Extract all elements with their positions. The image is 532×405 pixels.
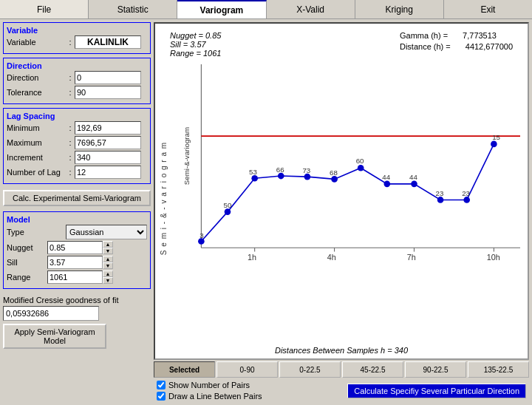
label-50: 50 bbox=[224, 201, 232, 209]
increment-input[interactable] bbox=[75, 151, 141, 164]
direction-row: Direction : bbox=[7, 71, 147, 84]
goodness-input bbox=[3, 306, 99, 321]
distance-value: 4412,677000 bbox=[466, 42, 513, 51]
x-axis-label: Distances Between Samples h = 340 bbox=[275, 346, 408, 355]
sill-input[interactable] bbox=[47, 256, 103, 269]
increment-label: Increment bbox=[7, 153, 66, 162]
label-53: 53 bbox=[249, 168, 257, 176]
model-section-label: Model bbox=[7, 215, 147, 224]
direction-section-label: Direction bbox=[7, 61, 147, 70]
label-66: 66 bbox=[276, 166, 284, 174]
point-2 bbox=[225, 208, 231, 215]
label-3: 3 bbox=[200, 231, 203, 239]
right-panel: Nugget = 0.85 Sill = 3.57 Range = 1061 G… bbox=[154, 22, 529, 402]
tab-selected[interactable]: Selected bbox=[154, 361, 215, 378]
range-row: Range ▲ ▼ bbox=[7, 270, 147, 284]
label-68: 68 bbox=[330, 169, 338, 177]
show-pairs-label: Show Number of Pairs bbox=[168, 381, 250, 389]
sill-annotation: Sill = 3.57 bbox=[170, 40, 221, 49]
point-9 bbox=[411, 181, 417, 188]
tab-90-22-5[interactable]: 90-22.5 bbox=[405, 361, 466, 378]
minimum-row: Minimum : bbox=[7, 121, 147, 135]
menu-item-exit[interactable]: Exit bbox=[444, 0, 532, 18]
tab-0-22-5[interactable]: 0-22.5 bbox=[279, 361, 341, 378]
sill-row: Sill ▲ ▼ bbox=[7, 256, 147, 269]
calc-specific-button[interactable]: Calculate Specifiy Several Particular Di… bbox=[347, 384, 526, 398]
checkbox-group: Show Number of Pairs Draw a Line Betwen … bbox=[157, 381, 262, 401]
label-15: 15 bbox=[492, 134, 500, 142]
lag-group: Lag Spacing Minimum : Maximum : Incremen… bbox=[3, 108, 151, 184]
variogram-chart: 3 50 53 66 73 68 60 44 44 23 23 15 1h 4h bbox=[177, 64, 520, 272]
gamma-label: Gamma (h) = bbox=[400, 31, 448, 40]
tolerance-label: Tolerance bbox=[7, 88, 66, 97]
tolerance-row: Tolerance : bbox=[7, 86, 147, 99]
point-4 bbox=[278, 173, 284, 180]
maximum-input[interactable] bbox=[75, 136, 141, 149]
point-6 bbox=[331, 176, 338, 183]
distance-row: Distance (h) = 4412,677000 bbox=[400, 42, 513, 51]
sill-down-button[interactable]: ▼ bbox=[103, 262, 113, 269]
chart-annotation-right: Gamma (h) = 7,773513 Distance (h) = 4412… bbox=[400, 31, 513, 53]
type-label: Type bbox=[7, 228, 66, 236]
y-axis-label-div: S e m i - & - v a r i o g r a m bbox=[157, 68, 171, 329]
goodness-section: Modified Cressie goodness of fit bbox=[3, 293, 151, 322]
xtick-1h: 1h bbox=[248, 253, 256, 262]
range-spinbox: ▲ ▼ bbox=[103, 270, 113, 284]
maximum-label: Maximum bbox=[7, 138, 66, 147]
show-pairs-row: Show Number of Pairs bbox=[157, 381, 262, 389]
gamma-value: 7,773513 bbox=[463, 31, 497, 40]
tab-45-22-5[interactable]: 45-22.5 bbox=[342, 361, 403, 378]
minimum-input[interactable] bbox=[75, 121, 141, 135]
draw-line-label: Draw a Line Betwen Pairs bbox=[168, 392, 262, 401]
minimum-label: Minimum bbox=[7, 123, 66, 132]
direction-input[interactable] bbox=[75, 71, 141, 84]
apply-semivariogram-button[interactable]: Apply Semi-Variogram Model bbox=[3, 324, 106, 349]
tab-135-22-5[interactable]: 135-22.5 bbox=[468, 361, 529, 378]
tolerance-input[interactable] bbox=[75, 86, 141, 99]
numlag-row: Number of Lag : bbox=[7, 166, 147, 179]
range-input[interactable] bbox=[47, 270, 103, 284]
range-up-button[interactable]: ▲ bbox=[103, 270, 113, 277]
menu-item-statistic[interactable]: Statistic bbox=[89, 0, 177, 18]
sill-up-button[interactable]: ▲ bbox=[103, 256, 113, 262]
range-down-button[interactable]: ▼ bbox=[103, 277, 113, 284]
nugget-down-button[interactable]: ▼ bbox=[103, 248, 113, 254]
menu-bar: FileStatisticVariogramX-ValidKrigingExit bbox=[0, 0, 532, 19]
chart-container: Nugget = 0.85 Sill = 3.57 Range = 1061 G… bbox=[154, 22, 529, 360]
model-group: Model Type Gaussian Spherical Exponentia… bbox=[3, 211, 151, 289]
maximum-row: Maximum : bbox=[7, 136, 147, 149]
xtick-4h: 4h bbox=[327, 253, 336, 262]
nugget-input[interactable] bbox=[47, 241, 103, 254]
sill-label: Sill bbox=[7, 258, 47, 267]
range-label: Range bbox=[7, 273, 47, 282]
numlag-input[interactable] bbox=[75, 166, 141, 179]
distance-label: Distance (h) = bbox=[400, 42, 451, 51]
xtick-10h: 10h bbox=[487, 253, 500, 262]
left-panel: Variable Variable : KALINLIK Direction D… bbox=[3, 22, 151, 402]
label-44b: 44 bbox=[409, 173, 417, 181]
type-select[interactable]: Gaussian Spherical Exponential Linear Pu… bbox=[66, 225, 147, 239]
calc-experimental-button[interactable]: Calc. Experimental Semi-Variogram bbox=[3, 190, 151, 206]
point-5 bbox=[304, 174, 311, 180]
numlag-label: Number of Lag bbox=[7, 168, 66, 177]
menu-item-variogram[interactable]: Variogram bbox=[177, 0, 266, 18]
nugget-up-button[interactable]: ▲ bbox=[103, 241, 113, 248]
tab-0-90[interactable]: 0-90 bbox=[216, 361, 278, 378]
show-pairs-checkbox[interactable] bbox=[157, 381, 166, 389]
direction-group: Direction Direction : Tolerance : bbox=[3, 58, 151, 104]
draw-line-checkbox[interactable] bbox=[157, 392, 166, 401]
range-annotation: Range = 1061 bbox=[170, 49, 221, 58]
gamma-row: Gamma (h) = 7,773513 bbox=[400, 31, 513, 40]
direction-label: Direction bbox=[7, 73, 66, 82]
increment-row: Increment : bbox=[7, 151, 147, 164]
nugget-label: Nugget bbox=[7, 243, 47, 252]
menu-item-kriging[interactable]: Kriging bbox=[355, 0, 444, 18]
main-content: Variable Variable : KALINLIK Direction D… bbox=[0, 19, 532, 405]
variable-label: Variable bbox=[7, 38, 66, 47]
point-10 bbox=[437, 197, 444, 203]
menu-item-x-valid[interactable]: X-Valid bbox=[267, 0, 355, 18]
nugget-row: Nugget ▲ ▼ bbox=[7, 241, 147, 254]
xtick-7h: 7h bbox=[407, 253, 416, 262]
menu-item-file[interactable]: File bbox=[0, 0, 89, 18]
label-44a: 44 bbox=[382, 173, 390, 181]
